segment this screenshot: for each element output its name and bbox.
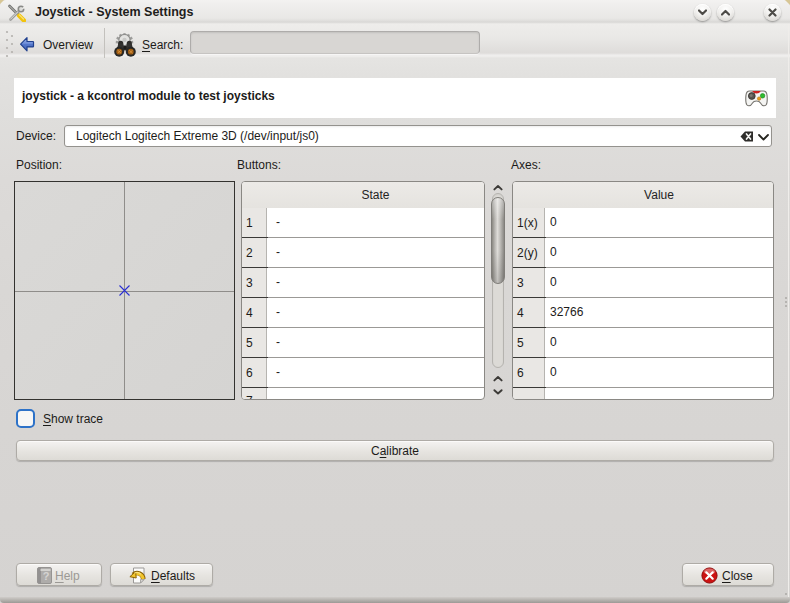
svg-text:?: ? bbox=[43, 570, 50, 582]
